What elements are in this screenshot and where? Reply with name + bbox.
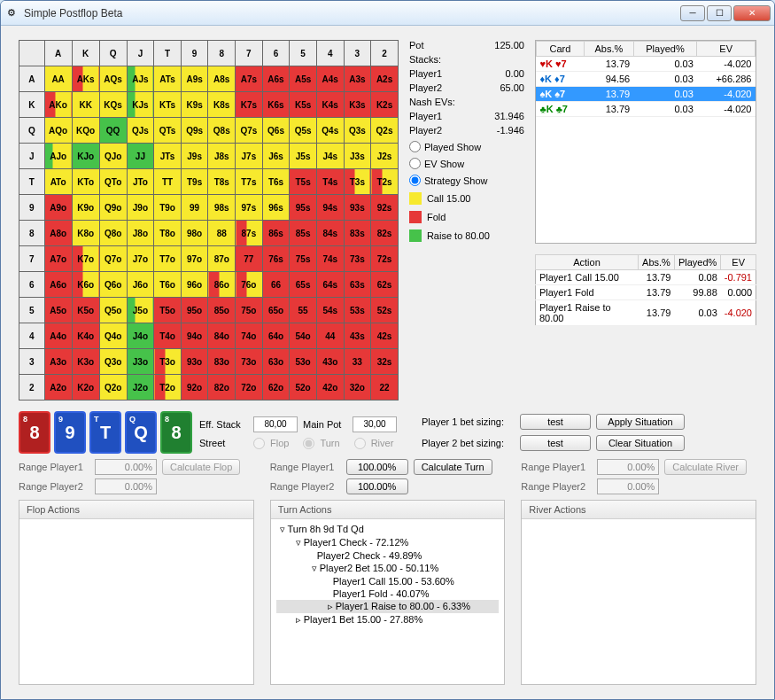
hand-cell[interactable]: A4o xyxy=(44,323,72,349)
hand-cell[interactable]: AQs xyxy=(99,66,127,92)
tree-item[interactable]: ▹ Player1 Raise to 80.00 - 6.33% xyxy=(276,600,500,613)
hand-cell[interactable]: 94s xyxy=(316,195,344,221)
hand-cell[interactable]: 98o xyxy=(181,221,208,246)
hand-cell[interactable]: J3s xyxy=(344,144,371,169)
hand-cell[interactable]: 65o xyxy=(262,298,290,323)
hand-cell[interactable]: Q4o xyxy=(99,323,127,349)
hand-cell[interactable]: 72s xyxy=(371,246,399,272)
hand-cell[interactable]: 95s xyxy=(290,195,317,221)
hand-cell[interactable]: 82s xyxy=(371,221,399,246)
hand-cell[interactable]: A7s xyxy=(236,66,263,92)
hand-cell[interactable]: AKs xyxy=(72,66,99,92)
hand-cell[interactable]: K2o xyxy=(72,375,99,401)
hand-cell[interactable]: J5o xyxy=(127,298,154,323)
hand-cell[interactable]: QTs xyxy=(154,118,182,144)
hand-cell[interactable]: T9s xyxy=(181,169,208,195)
hand-cell[interactable]: 54s xyxy=(316,298,344,323)
hand-cell[interactable]: K3s xyxy=(344,92,371,118)
hand-cell[interactable]: A8s xyxy=(208,66,236,92)
hand-cell[interactable]: T7s xyxy=(236,169,263,195)
hand-cell[interactable]: J6s xyxy=(262,144,290,169)
ev-show-radio[interactable] xyxy=(409,158,421,169)
hand-cell[interactable]: K3o xyxy=(72,349,99,375)
hand-cell[interactable]: T3s xyxy=(344,169,371,195)
hand-cell[interactable]: 64s xyxy=(316,272,344,298)
hand-cell[interactable]: 52s xyxy=(371,298,399,323)
hand-cell[interactable]: 96o xyxy=(181,272,208,298)
hand-cell[interactable]: J4s xyxy=(316,144,344,169)
hand-cell[interactable]: 74o xyxy=(236,323,263,349)
hand-cell[interactable]: 75o xyxy=(236,298,263,323)
hand-cell[interactable]: JJ xyxy=(127,144,154,169)
hand-cell[interactable]: 73o xyxy=(236,349,263,375)
hand-cell[interactable]: T8s xyxy=(208,169,236,195)
close-button[interactable]: ✕ xyxy=(733,5,771,21)
hand-cell[interactable]: K9o xyxy=(72,195,99,221)
hand-cell[interactable]: 32s xyxy=(371,349,399,375)
calc-turn-button[interactable]: Calculate Turn xyxy=(414,459,492,475)
hand-cell[interactable]: 42s xyxy=(371,323,399,349)
hand-cell[interactable]: 53s xyxy=(344,298,371,323)
hand-cell[interactable]: KTs xyxy=(154,92,182,118)
turn-rp1-pct[interactable]: 100.00% xyxy=(346,459,408,475)
card-table[interactable]: CardAbs.%Played%EV♥K ♥713.790.03-4.020♦K… xyxy=(536,41,756,117)
tree-item[interactable]: ▹ Player1 Bet 15.00 - 27.88% xyxy=(276,613,500,626)
hand-cell[interactable]: A2o xyxy=(44,375,72,401)
hand-cell[interactable]: 63o xyxy=(262,349,290,375)
hand-cell[interactable]: Q2s xyxy=(371,118,399,144)
hand-cell[interactable]: A6s xyxy=(262,66,290,92)
hand-cell[interactable]: 65s xyxy=(290,272,317,298)
hand-cell[interactable]: 62o xyxy=(262,375,290,401)
hand-cell[interactable]: 74s xyxy=(316,246,344,272)
hand-cell[interactable]: J4o xyxy=(127,323,154,349)
hand-cell[interactable]: K9s xyxy=(181,92,208,118)
hand-cell[interactable]: A9o xyxy=(44,195,72,221)
hand-cell[interactable]: Q2o xyxy=(99,375,127,401)
hand-cell[interactable]: 93o xyxy=(181,349,208,375)
tree-item[interactable]: ▿ Turn 8h 9d Td Qd xyxy=(276,523,500,536)
hand-cell[interactable]: 75s xyxy=(290,246,317,272)
hand-cell[interactable]: T3o xyxy=(154,349,182,375)
tree-item[interactable]: Player1 Call 15.00 - 53.60% xyxy=(276,575,500,587)
hand-cell[interactable]: T2s xyxy=(371,169,399,195)
hand-cell[interactable]: K2s xyxy=(371,92,399,118)
hand-cell[interactable]: 96s xyxy=(262,195,290,221)
hand-cell[interactable]: K6o xyxy=(72,272,99,298)
hand-cell[interactable]: T4o xyxy=(154,323,182,349)
hand-cell[interactable]: AJs xyxy=(127,66,154,92)
hand-cell[interactable]: Q9s xyxy=(181,118,208,144)
hand-cell[interactable]: J7o xyxy=(127,246,154,272)
hand-cell[interactable]: K7o xyxy=(72,246,99,272)
turn-actions-panel[interactable]: Turn Actions ▿ Turn 8h 9d Td Qd▿ Player1… xyxy=(270,500,506,685)
hand-cell[interactable]: Q7o xyxy=(99,246,127,272)
hand-cell[interactable]: 32o xyxy=(344,375,371,401)
hand-cell[interactable]: Q9o xyxy=(99,195,127,221)
hand-cell[interactable]: AJo xyxy=(44,144,72,169)
hand-cell[interactable]: Q6s xyxy=(262,118,290,144)
hand-cell[interactable]: 86o xyxy=(208,272,236,298)
hand-cell[interactable]: QQ xyxy=(99,118,127,144)
hand-cell[interactable]: KQs xyxy=(99,92,127,118)
hand-cell[interactable]: Q4s xyxy=(316,118,344,144)
hand-cell[interactable]: Q3s xyxy=(344,118,371,144)
hand-cell[interactable]: 83s xyxy=(344,221,371,246)
hand-cell[interactable]: AA xyxy=(44,66,72,92)
hand-cell[interactable]: 53o xyxy=(290,349,317,375)
hand-cell[interactable]: J2s xyxy=(371,144,399,169)
hand-cell[interactable]: 85s xyxy=(290,221,317,246)
hand-cell[interactable]: K4s xyxy=(316,92,344,118)
hand-cell[interactable]: T6s xyxy=(262,169,290,195)
turn-rp2-pct[interactable]: 100.00% xyxy=(346,478,408,494)
hand-cell[interactable]: 64o xyxy=(262,323,290,349)
clear-situation-button[interactable]: Clear Situation xyxy=(596,435,685,451)
hand-cell[interactable]: TT xyxy=(154,169,182,195)
hand-cell[interactable]: A4s xyxy=(316,66,344,92)
hand-cell[interactable]: A3s xyxy=(344,66,371,92)
hand-cell[interactable]: KJo xyxy=(72,144,99,169)
hand-cell[interactable]: 88 xyxy=(208,221,236,246)
hand-cell[interactable]: 84o xyxy=(208,323,236,349)
hand-cell[interactable]: 99 xyxy=(181,195,208,221)
hand-cell[interactable]: A6o xyxy=(44,272,72,298)
hand-cell[interactable]: T2o xyxy=(154,375,182,401)
hand-cell[interactable]: 93s xyxy=(344,195,371,221)
